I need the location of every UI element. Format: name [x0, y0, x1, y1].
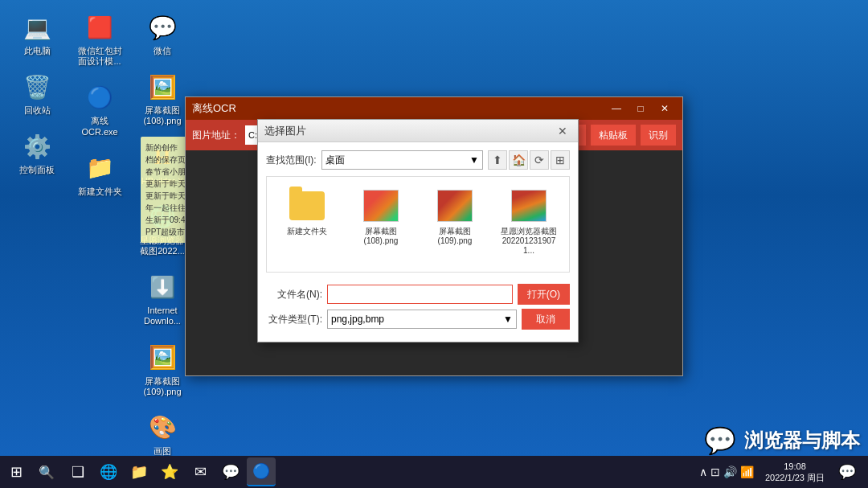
new-folder-icon: 📁: [84, 152, 116, 184]
open-button[interactable]: 打开(O): [518, 284, 570, 305]
dialog-body: 查找范围(I): 桌面 ▼ ⬆ 🏠 ⟳ ⊞: [258, 142, 578, 342]
desktop-icon-label-screenshot-108: 屏幕截图(108).png: [143, 105, 181, 126]
search-icon: 🔍: [39, 465, 55, 480]
filetype-chevron: ▼: [503, 314, 513, 325]
taskbar-task-view[interactable]: ❑: [63, 457, 92, 486]
ocr-recognize-button[interactable]: 识别: [641, 125, 676, 146]
filetype-dropdown[interactable]: png,jpg,bmp ▼: [327, 310, 517, 329]
desktop: 💻 此电脑 🗑️ 回收站 ⚙️ 控制面板 🟥 微信红包封面设计模... 🔵 离线…: [0, 0, 868, 488]
taskbar-search-button[interactable]: 🔍: [32, 456, 60, 488]
ocr-minimize-button[interactable]: —: [605, 100, 628, 117]
pc-icon: 💻: [21, 11, 53, 43]
taskbar-date: 2022/1/23 周日: [765, 472, 825, 483]
draw-icon: 🎨: [146, 412, 178, 444]
desktop-icon-label-wechat: 微信: [154, 46, 171, 56]
file-item-screenshot-109[interactable]: 屏幕截图(109).png: [421, 183, 489, 265]
taskbar-right: ∧ ⊡ 🔊 📶 19:08 2022/1/23 周日 💬: [696, 457, 868, 486]
taskbar-edge[interactable]: 🌐: [94, 457, 123, 486]
taskbar-network-icon[interactable]: ⊡: [710, 465, 720, 478]
filetype-value: png,jpg,bmp: [331, 314, 384, 325]
img-icon-xingyu: [510, 187, 548, 225]
desktop-icons-col2: 🟥 微信红包封面设计模... 🔵 离线OCR.exe 📁 新建文件夹: [71, 8, 129, 200]
desktop-icon-label-control-panel: 控制面板: [19, 165, 55, 175]
taskbar-circle-app[interactable]: 🔵: [247, 457, 276, 486]
filename-label: 文件名(N):: [266, 288, 322, 301]
desktop-icon-label-new-folder: 新建文件夹: [78, 187, 122, 197]
wechat-icon: 💬: [146, 11, 178, 43]
desktop-icon-wechat-red[interactable]: 🟥 微信红包封面设计模...: [71, 8, 129, 70]
img-icon-109: [436, 187, 474, 225]
dialog-close-button[interactable]: ✕: [554, 122, 571, 140]
file-item-xingyu[interactable]: 星愿浏览器截图2022012319071...: [495, 183, 563, 265]
file-picker-dialog: 选择图片 ✕ 查找范围(I): 桌面 ▼ ⬆ 🏠 ⟳ ⊞: [257, 119, 579, 342]
desktop-icon-new-folder[interactable]: 📁 新建文件夹: [71, 149, 129, 200]
taskbar-explorer[interactable]: 📁: [125, 457, 154, 486]
desktop-icon-screenshot-108[interactable]: 🖼️ 屏幕截图(108).png: [133, 68, 191, 129]
wechat-red-icon: 🟥: [84, 11, 116, 43]
ocr-titlebar: 离线OCR — □ ✕: [186, 97, 682, 120]
desktop-icon-label-offline-ocr: 离线OCR.exe: [81, 116, 117, 137]
start-button[interactable]: ⊞: [0, 456, 32, 488]
ocr-maximize-button[interactable]: □: [629, 100, 652, 117]
desktop-icon-draw[interactable]: 🎨 画图: [133, 408, 191, 460]
idownload-icon: ⬇️: [146, 271, 178, 303]
dialog-location-row: 查找范围(I): 桌面 ▼ ⬆ 🏠 ⟳ ⊞: [266, 150, 570, 170]
offline-ocr-icon: 🔵: [84, 81, 116, 113]
desktop-icon-label-recycle: 回收站: [24, 105, 51, 116]
desktop-icon-screenshot-109[interactable]: 🖼️ 屏幕截图(109).png: [133, 338, 191, 400]
wechat-banner-icon: 💬: [704, 425, 736, 456]
cancel-button[interactable]: 取消: [522, 309, 570, 330]
img-icon-108: [362, 187, 400, 225]
desktop-icon-wechat[interactable]: 💬 微信: [133, 8, 191, 59]
desktop-icon-offline-ocr[interactable]: 🔵 离线OCR.exe: [71, 78, 129, 140]
file-item-folder[interactable]: 新建文件夹: [273, 183, 341, 265]
location-btn-new[interactable]: 🏠: [509, 150, 528, 170]
filename-input[interactable]: [327, 285, 513, 304]
location-value: 桌面: [326, 154, 345, 167]
desktop-icon-control-panel[interactable]: ⚙️ 控制面板: [8, 127, 66, 178]
taskbar: ⊞ 🔍 ❑ 🌐 📁 ⭐ ✉ 💬 🔵 ∧ ⊡ 🔊 📶 19:08 2022/1/2…: [0, 456, 868, 488]
file-item-screenshot-108[interactable]: 屏幕截图(108).png: [347, 183, 415, 265]
location-btn-view[interactable]: ⊞: [551, 150, 570, 170]
taskbar-volume-icon[interactable]: 🔊: [723, 465, 737, 478]
notification-area: ∧ ⊡ 🔊 📶: [696, 465, 757, 478]
location-dropdown[interactable]: 桌面 ▼: [321, 150, 483, 170]
wechat-banner: 💬 浏览器与脚本: [704, 425, 860, 456]
recycle-icon: 🗑️: [21, 71, 53, 103]
start-icon: ⊞: [10, 463, 23, 481]
ocr-close-button[interactable]: ✕: [653, 100, 676, 117]
filetype-row: 文件类型(T): png,jpg,bmp ▼ 取消: [266, 309, 570, 330]
ocr-path-label: 图片地址：: [192, 129, 240, 142]
taskbar-wifi-icon[interactable]: 📶: [740, 465, 754, 478]
desktop-icon-recycle[interactable]: 🗑️ 回收站: [8, 68, 66, 119]
taskbar-clock[interactable]: 19:08 2022/1/23 周日: [760, 461, 829, 484]
taskbar-chevron-icon[interactable]: ∧: [699, 465, 707, 478]
location-dropdown-chevron: ▼: [469, 154, 479, 166]
desktop-icons-col1: 💻 此电脑 🗑️ 回收站 ⚙️ 控制面板: [8, 8, 66, 179]
taskbar-mail[interactable]: ✉: [186, 457, 215, 486]
screenshot-108-icon: 🖼️: [146, 71, 178, 103]
desktop-icon-label-wechat-red: 微信红包封面设计模...: [78, 46, 122, 67]
taskbar-pinned-apps: ❑ 🌐 📁 ⭐ ✉ 💬 🔵: [60, 457, 279, 486]
dialog-titlebar: 选择图片 ✕: [258, 120, 578, 142]
wechat-banner-text: 浏览器与脚本: [744, 428, 860, 453]
file-name-xingyu: 星愿浏览器截图2022012319071...: [498, 227, 559, 256]
control-panel-icon: ⚙️: [21, 130, 53, 162]
location-label: 查找范围(I):: [266, 154, 317, 167]
ocr-clipboard-button[interactable]: 粘贴板: [591, 125, 636, 146]
screenshot-109-icon: 🖼️: [146, 342, 178, 374]
file-name-109: 屏幕截图(109).png: [438, 227, 473, 246]
ocr-window-controls: — □ ✕: [605, 100, 676, 117]
taskbar-wechat[interactable]: 💬: [216, 457, 245, 486]
folder-icon: [288, 187, 326, 225]
desktop-icon-this-pc[interactable]: 💻 此电脑: [8, 8, 66, 59]
desktop-icon-idownload[interactable]: ⬇️ InternetDownlo...: [133, 268, 191, 330]
location-btn-refresh[interactable]: ⟳: [530, 150, 549, 170]
desktop-icon-label-screenshot-109: 屏幕截图(109).png: [143, 376, 181, 397]
location-btn-up[interactable]: ⬆: [488, 150, 507, 170]
taskbar-time: 19:08: [784, 461, 806, 472]
taskbar-store[interactable]: ⭐: [155, 457, 184, 486]
file-name-108: 屏幕截图(108).png: [364, 227, 399, 246]
desktop-icon-label-this-pc: 此电脑: [24, 46, 51, 56]
taskbar-notification-button[interactable]: 💬: [833, 457, 862, 486]
